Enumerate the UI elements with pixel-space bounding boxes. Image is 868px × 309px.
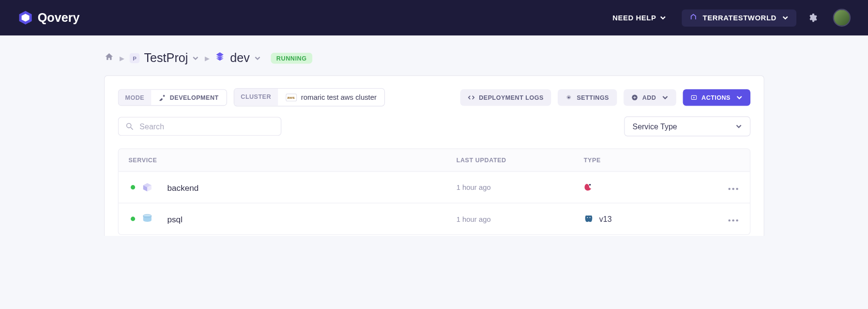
need-help-label: NEED HELP (612, 14, 656, 22)
breadcrumb: ▶ P TestProj ▶ dev RUNNING (0, 35, 868, 75)
svg-point-14 (736, 188, 738, 190)
nestjs-icon (584, 182, 594, 192)
organization-switcher[interactable]: TERRATESTWORLD (682, 9, 796, 26)
brand-logo[interactable]: Qovery (18, 10, 80, 26)
svg-point-20 (732, 219, 734, 222)
actions-button[interactable]: ACTIONS (683, 89, 750, 106)
svg-line-7 (131, 127, 133, 130)
col-service: SERVICE (119, 157, 457, 164)
service-type (584, 182, 717, 192)
service-type-filter[interactable]: Service Type (624, 116, 750, 136)
brand-name: Qovery (38, 11, 80, 25)
chevron-down-icon (659, 15, 666, 21)
service-updated: 1 hour ago (457, 183, 584, 191)
chevron-down-icon (254, 55, 261, 62)
search-icon (125, 122, 134, 131)
breadcrumb-home[interactable] (104, 52, 114, 64)
breadcrumb-environment[interactable]: dev (214, 51, 261, 65)
mode-chip: MODE DEVELOPMENT (118, 89, 227, 106)
gear-icon (807, 13, 818, 23)
status-badge: RUNNING (271, 53, 312, 64)
environment-name: dev (230, 51, 250, 65)
chevron-down-icon (193, 55, 199, 62)
dots-icon (728, 219, 738, 222)
org-name: TERRATESTWORLD (703, 14, 777, 22)
deployment-logs-button[interactable]: DEPLOYMENT LOGS (460, 89, 551, 106)
service-type: v13 (584, 214, 717, 224)
row-actions-button[interactable] (716, 214, 750, 224)
dots-icon (728, 188, 738, 190)
svg-point-13 (732, 188, 734, 190)
user-avatar[interactable] (833, 9, 851, 27)
table-row[interactable]: backend 1 hour ago (119, 171, 750, 202)
project-badge: P (130, 53, 140, 63)
chevron-down-icon (735, 123, 742, 130)
qovery-logo-icon (18, 10, 33, 26)
service-name: backend (167, 183, 456, 192)
gear-icon (566, 94, 573, 101)
breadcrumb-sep-icon: ▶ (120, 55, 124, 62)
service-app-icon (141, 181, 154, 194)
chevron-down-icon (736, 94, 743, 101)
environment-icon (214, 51, 226, 65)
service-db-icon (141, 212, 154, 225)
panel-toolbar: MODE DEVELOPMENT CLUSTER aws romaric tes… (118, 88, 750, 107)
svg-point-12 (728, 188, 731, 190)
search-input[interactable] (139, 122, 274, 131)
code-icon (468, 94, 474, 101)
svg-point-11 (589, 184, 591, 185)
status-dot-running (131, 216, 135, 221)
breadcrumb-sep-icon: ▶ (205, 55, 209, 62)
service-updated: 1 hour ago (457, 215, 584, 223)
org-icon (689, 13, 697, 22)
chevron-down-icon (662, 94, 669, 101)
svg-point-17 (587, 217, 588, 218)
home-icon (104, 52, 114, 62)
svg-point-19 (728, 219, 731, 222)
svg-point-6 (127, 124, 131, 128)
col-type: TYPE (584, 157, 717, 164)
table-header: SERVICE LAST UPDATED TYPE (119, 149, 750, 171)
service-type-label: Service Type (632, 122, 677, 131)
search-box[interactable] (118, 117, 281, 136)
settings-button[interactable]: SETTINGS (558, 89, 617, 106)
play-icon (690, 94, 697, 101)
status-dot-running (131, 185, 135, 189)
mode-label: MODE (119, 90, 151, 105)
settings-icon-button[interactable] (807, 13, 818, 23)
service-name: psql (167, 214, 456, 223)
plus-circle-icon (631, 94, 638, 101)
cluster-chip: CLUSTER aws romaric test aws cluster (233, 88, 385, 107)
svg-point-21 (736, 219, 738, 222)
svg-point-18 (590, 217, 591, 218)
project-name: TestProj (144, 51, 188, 65)
col-last-updated: LAST UPDATED (457, 157, 584, 164)
aws-icon: aws (286, 93, 297, 101)
postgres-icon (584, 214, 594, 224)
cluster-label: CLUSTER (234, 89, 278, 106)
breadcrumb-project[interactable]: P TestProj (130, 51, 199, 65)
table-row[interactable]: psql 1 hour ago v13 (119, 203, 750, 234)
add-button[interactable]: ADD (624, 89, 676, 106)
mode-value[interactable]: DEVELOPMENT (151, 90, 227, 105)
environment-panel: MODE DEVELOPMENT CLUSTER aws romaric tes… (104, 76, 764, 236)
services-table: SERVICE LAST UPDATED TYPE backend 1 hour… (118, 149, 750, 235)
wrench-icon (159, 94, 166, 101)
row-actions-button[interactable] (716, 182, 750, 192)
cluster-value[interactable]: aws romaric test aws cluster (278, 89, 384, 106)
chevron-down-icon (782, 15, 789, 21)
topbar: Qovery NEED HELP TERRATESTWORLD (0, 0, 868, 35)
need-help-button[interactable]: NEED HELP (612, 14, 666, 22)
